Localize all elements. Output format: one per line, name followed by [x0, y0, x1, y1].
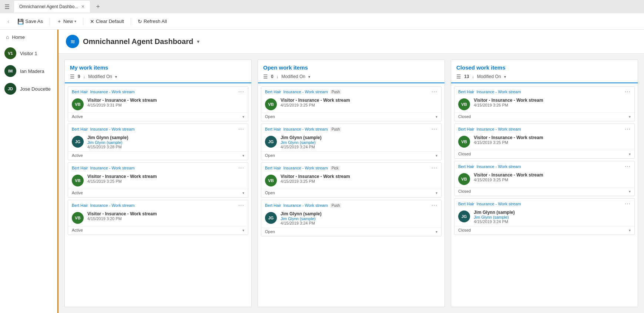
- expand-icon[interactable]: ▾: [436, 230, 437, 234]
- avatar: VB: [458, 136, 470, 148]
- expand-icon[interactable]: ▾: [629, 189, 631, 193]
- agent-name[interactable]: Bert Hair: [72, 90, 88, 94]
- expand-icon[interactable]: ▾: [242, 191, 244, 195]
- work-date: 4/15/2019 3:25 PM: [474, 178, 631, 182]
- agent-name[interactable]: Bert Hair: [72, 127, 88, 131]
- work-card-header: Bert Hair Insurance - Work stream ···: [68, 163, 248, 172]
- new-tab-button[interactable]: +: [93, 1, 103, 12]
- back-button[interactable]: ‹: [4, 17, 12, 26]
- work-subtitle[interactable]: Jim Glynn (sample): [281, 140, 437, 145]
- agent-name[interactable]: Bert Hair: [72, 166, 88, 170]
- more-options-icon[interactable]: ···: [625, 89, 631, 95]
- sort-down-icon[interactable]: ↓: [83, 74, 85, 79]
- avatar: VB: [458, 98, 470, 110]
- more-options-icon[interactable]: ···: [238, 202, 244, 208]
- sort-label: Modified On: [477, 74, 501, 79]
- work-card-body: VB Visitor - Insurance - Work stream 4/1…: [261, 172, 441, 189]
- work-stream[interactable]: Insurance - Work stream: [90, 203, 134, 208]
- work-stream[interactable]: Insurance - Work stream: [283, 166, 328, 170]
- plus-icon: ＋: [57, 18, 62, 25]
- work-stream[interactable]: Insurance - Work stream: [283, 90, 328, 94]
- work-date: 4/15/2019 3:25 PM: [281, 179, 437, 184]
- more-options-icon[interactable]: ···: [625, 126, 631, 132]
- more-options-icon[interactable]: ···: [432, 202, 437, 208]
- work-subtitle[interactable]: Jim Glynn (sample): [281, 216, 437, 221]
- work-status: Active: [72, 191, 83, 195]
- expand-icon[interactable]: ▾: [629, 152, 631, 156]
- new-button[interactable]: ＋ New ▾: [53, 16, 80, 27]
- more-options-icon[interactable]: ···: [625, 164, 631, 169]
- push-badge: Push: [330, 127, 342, 132]
- page-title: Omnichannel Agent Dashboard: [83, 37, 193, 46]
- work-stream[interactable]: Insurance - Work stream: [90, 166, 134, 170]
- work-stream[interactable]: Insurance - Work stream: [476, 127, 521, 131]
- avatar: JG: [458, 211, 470, 222]
- tab-close-icon[interactable]: ✕: [81, 4, 85, 9]
- sort-down-icon[interactable]: ↓: [472, 74, 474, 79]
- clear-default-button[interactable]: ✕ Clear Default: [86, 17, 128, 26]
- work-info: Jim Glynn (sample) Jim Glynn (sample) 4/…: [281, 211, 437, 225]
- agent-name[interactable]: Bert Hair: [265, 166, 281, 170]
- more-options-icon[interactable]: ···: [432, 89, 437, 95]
- more-options-icon[interactable]: ···: [238, 165, 244, 171]
- refresh-all-button[interactable]: ↻ Refresh All: [134, 17, 171, 26]
- save-as-button[interactable]: 💾 Save As: [14, 17, 47, 26]
- agent-name[interactable]: Bert Hair: [265, 203, 281, 208]
- expand-icon[interactable]: ▾: [436, 154, 437, 158]
- work-card-footer: Active ▾: [68, 151, 248, 160]
- expand-icon[interactable]: ▾: [242, 154, 244, 158]
- more-options-icon[interactable]: ···: [238, 89, 244, 95]
- closed-work-header: Closed work items ☰ 13 ↓ Modified On ▾: [451, 60, 638, 83]
- expand-icon[interactable]: ▾: [242, 115, 244, 119]
- expand-icon[interactable]: ▾: [629, 228, 631, 232]
- expand-icon[interactable]: ▾: [436, 115, 437, 119]
- agent-name[interactable]: Bert Hair: [458, 164, 474, 169]
- sidebar-item-visitor1[interactable]: V1 Visitor 1: [0, 44, 57, 62]
- more-options-icon[interactable]: ···: [432, 126, 437, 132]
- agent-name[interactable]: Bert Hair: [265, 90, 281, 94]
- more-options-icon[interactable]: ···: [238, 126, 244, 132]
- work-date: 4/15/2019 3:24 PM: [474, 219, 631, 224]
- work-title: Visitor - Insurance - Work stream: [87, 98, 244, 103]
- list-icon: ☰: [263, 74, 268, 80]
- sidebar-item-jose[interactable]: JD Jose Doucette: [0, 80, 57, 98]
- work-subtitle[interactable]: Jim Glynn (sample): [87, 140, 244, 145]
- agent-name[interactable]: Bert Hair: [72, 203, 88, 208]
- work-card-header: Bert Hair Insurance - Work stream ···: [68, 87, 248, 96]
- more-options-icon[interactable]: ···: [432, 165, 437, 171]
- sort-arrow-icon[interactable]: ▾: [308, 75, 310, 79]
- menu-icon[interactable]: ☰: [3, 2, 11, 12]
- sidebar-item-ian[interactable]: IM Ian Madera: [0, 62, 57, 80]
- work-stream[interactable]: Insurance - Work stream: [476, 90, 521, 94]
- work-stream[interactable]: Insurance - Work stream: [476, 164, 521, 169]
- work-title: Jim Glynn (sample): [474, 210, 631, 215]
- expand-icon[interactable]: ▾: [436, 191, 437, 195]
- sort-arrow-icon[interactable]: ▾: [115, 75, 117, 79]
- agent-name[interactable]: Bert Hair: [458, 202, 474, 206]
- work-stream[interactable]: Insurance - Work stream: [283, 127, 328, 131]
- work-info: Visitor - Insurance - Work stream 4/15/2…: [87, 174, 244, 184]
- sort-down-icon[interactable]: ↓: [276, 74, 279, 79]
- my-work-title: My work items: [70, 64, 246, 71]
- more-options-icon[interactable]: ···: [625, 201, 631, 207]
- work-subtitle[interactable]: Jim Glynn (sample): [474, 215, 631, 219]
- sidebar-item-home[interactable]: ⌂ Home: [0, 30, 57, 44]
- page-header: ≋ Omnichannel Agent Dashboard ▾: [58, 30, 644, 54]
- expand-icon[interactable]: ▾: [629, 115, 631, 119]
- expand-icon[interactable]: ▾: [242, 228, 244, 232]
- work-card-footer: Open ▾: [261, 228, 441, 236]
- browser-tab[interactable]: Omnichannel Agent Dashbo... ✕: [14, 1, 90, 13]
- work-card-meta: Bert Hair Insurance - Work stream Push: [265, 203, 341, 208]
- agent-name[interactable]: Bert Hair: [458, 90, 474, 94]
- work-stream[interactable]: Insurance - Work stream: [90, 127, 134, 131]
- sort-arrow-icon[interactable]: ▾: [504, 75, 506, 79]
- work-card-meta: Bert Hair Insurance - Work stream: [72, 203, 135, 208]
- page-title-dropdown-icon[interactable]: ▾: [197, 38, 199, 44]
- dashboard-icon: ≋: [66, 35, 79, 48]
- work-stream[interactable]: Insurance - Work stream: [283, 203, 328, 208]
- new-dropdown-icon[interactable]: ▾: [74, 19, 76, 23]
- work-stream[interactable]: Insurance - Work stream: [90, 90, 134, 94]
- agent-name[interactable]: Bert Hair: [458, 127, 474, 131]
- agent-name[interactable]: Bert Hair: [265, 127, 281, 131]
- work-stream[interactable]: Insurance - Work stream: [476, 202, 521, 206]
